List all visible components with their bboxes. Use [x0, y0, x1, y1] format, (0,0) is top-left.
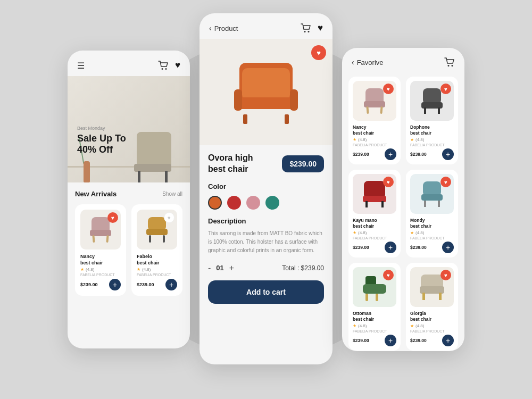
phone-favorites: ‹ Favorive ♥ [342, 48, 464, 351]
product-bottom-fabelo: $239.00 + [137, 279, 177, 290]
color-swatch-red[interactable] [227, 196, 241, 210]
fav-add-ottoman[interactable]: + [385, 335, 396, 346]
heart-icon[interactable]: ♥ [175, 60, 180, 71]
fav-add-dophone[interactable]: + [442, 148, 454, 160]
product-name-fabelo: Fabelobest chair [137, 254, 177, 266]
product-brand-nancy: FABELIA PRODUCT [80, 273, 121, 277]
price-badge: $239.00 [282, 155, 324, 172]
favorites-grid: ♥ Nancybest chair ★ (4.8) FABELIA PRODUC… [342, 72, 464, 351]
product-price-nancy: $239.00 [80, 282, 98, 287]
phone3-header: ‹ Favorive [342, 48, 464, 72]
header-icons: ♥ [158, 60, 180, 71]
fav-price-nancy: $239.00 [353, 152, 369, 157]
quantity-control: - 01 + [208, 263, 234, 273]
qty-decrease-button[interactable]: - [208, 263, 211, 273]
svg-point-4 [448, 65, 450, 66]
color-swatches [208, 196, 324, 210]
fav-page-title: Favorive [357, 59, 384, 66]
rating-row-nancy: ★ (4.8) [80, 267, 121, 272]
fav-name-dophone: Dophonebest chair [410, 124, 454, 136]
product-card-nancy: ♥ Nancybest chair ★ (4.8) FABELIA PRO [75, 204, 126, 296]
hero-subtitle: Best Monday [77, 126, 126, 131]
product-title-price-row: Ovora highbest chair $239.00 [208, 153, 324, 175]
quantity-value: 01 [216, 264, 223, 272]
fav-price-mondy: $239.00 [410, 245, 427, 250]
fav-brand-kayu: FABELIA PRODUCT [353, 236, 396, 240]
fav-card-ottoman: ♥ Ottomanbest chair ★ (4.8) FABELIA PROD… [348, 263, 401, 351]
fav-price-ottoman: $239.00 [353, 338, 369, 343]
color-swatch-pink[interactable] [246, 196, 260, 210]
product-card-fabelo: ♥ Fabelobest chair ★ (4.8) FABELIA PR [131, 204, 182, 296]
cart-icon-p2[interactable] [301, 23, 311, 33]
fav-brand-nancy: FABELIA PRODUCT [353, 143, 396, 147]
fav-img-mondy: ♥ [410, 174, 454, 214]
product-hero-image: ♥ [200, 39, 332, 145]
phone-home: ☰ ♥ [68, 51, 190, 348]
fav-card-kayu: ♥ Kayu manobest chair ★ (4.8) FABELIA PR… [348, 170, 401, 257]
add-to-cart-nancy[interactable]: + [109, 279, 121, 290]
products-row: ♥ Nancybest chair ★ (4.8) FABELIA PRO [75, 204, 182, 296]
cart-icon[interactable] [158, 61, 169, 70]
hamburger-icon[interactable]: ☰ [77, 61, 85, 71]
phone2-header: ‹ Product ♥ [200, 13, 332, 39]
add-to-cart-fabelo[interactable]: + [165, 279, 177, 290]
product-img-fabelo: ♥ [137, 210, 177, 250]
page-title-product: Product [214, 24, 238, 32]
product-img-nancy: ♥ [80, 210, 121, 250]
fav-heart-dophone[interactable]: ♥ [440, 84, 451, 94]
hero-text: Best Monday Sale Up To40% Off [77, 126, 126, 156]
color-section-label: Color [208, 182, 324, 190]
fav-heart-kayu[interactable]: ♥ [383, 177, 394, 187]
product-brand-fabelo: FABELIA PRODUCT [137, 273, 177, 277]
hero-image: Best Monday Sale Up To40% Off [68, 76, 190, 182]
fav-badge-nancy[interactable]: ♥ [107, 212, 118, 223]
product-details: Ovora highbest chair $239.00 Color Descr… [200, 145, 332, 311]
hero-title: Sale Up To40% Off [77, 133, 126, 156]
fav-heart-nancy[interactable]: ♥ [383, 84, 394, 94]
fav-img-kayu: ♥ [353, 174, 396, 214]
add-to-cart-button[interactable]: Add to cart [208, 280, 324, 304]
svg-point-1 [165, 68, 167, 70]
description-text: This sarong is made from MATT BO fabric … [208, 229, 324, 255]
svg-point-3 [307, 31, 309, 32]
fav-img-giorgia: ♥ [410, 267, 454, 307]
fav-back-button[interactable]: ‹ Favorive [352, 58, 384, 66]
svg-point-0 [161, 68, 163, 70]
fav-add-giorgia[interactable]: + [442, 335, 454, 346]
phone-product: ‹ Product ♥ ♥ [200, 13, 332, 364]
chair-ovora-image [231, 60, 301, 124]
product-title: Ovora highbest chair [208, 153, 253, 175]
product-bottom-nancy: $239.00 + [80, 279, 121, 290]
fav-brand-ottoman: FABELIA PRODUCT [353, 329, 396, 333]
show-all-link[interactable]: Show all [162, 191, 182, 197]
fav-badge-fabelo[interactable]: ♥ [164, 212, 174, 223]
fav-name-ottoman: Ottomanbest chair [353, 311, 396, 322]
description-label: Description [208, 217, 324, 225]
qty-total-row: - 01 + Total : $239.00 [208, 263, 324, 273]
fav-heart-ottoman[interactable]: ♥ [383, 270, 394, 280]
fav-img-ottoman: ♥ [353, 267, 396, 307]
phones-container: ☰ ♥ [68, 35, 464, 364]
color-swatch-orange[interactable] [208, 196, 222, 210]
fav-heart-giorgia[interactable]: ♥ [440, 270, 451, 280]
new-arrivals-section: New Arrivals Show all ♥ Nancy [68, 182, 190, 301]
qty-increase-button[interactable]: + [229, 263, 234, 273]
section-header: New Arrivals Show all [75, 190, 182, 198]
total-price: Total : $239.00 [282, 264, 324, 272]
fav-add-nancy[interactable]: + [385, 148, 396, 160]
fav-card-nancy: ♥ Nancybest chair ★ (4.8) FABELIA PRODUC… [348, 77, 401, 164]
product-name-nancy: Nancybest chair [80, 254, 121, 266]
color-swatch-teal[interactable] [265, 196, 279, 210]
cart-icon-p3[interactable] [444, 57, 455, 67]
fav-price-dophone: $239.00 [410, 152, 427, 157]
product-fav-badge[interactable]: ♥ [311, 45, 326, 60]
fav-add-mondy[interactable]: + [442, 242, 454, 253]
back-button[interactable]: ‹ Product [209, 24, 238, 32]
rating-row-fabelo: ★ (4.8) [137, 267, 177, 272]
fav-img-nancy: ♥ [353, 81, 396, 121]
heart-icon-p2[interactable]: ♥ [318, 23, 323, 34]
svg-point-2 [304, 31, 305, 32]
fav-heart-mondy[interactable]: ♥ [440, 177, 451, 187]
fav-add-kayu[interactable]: + [385, 242, 396, 253]
fav-img-dophone: ♥ [410, 81, 454, 121]
